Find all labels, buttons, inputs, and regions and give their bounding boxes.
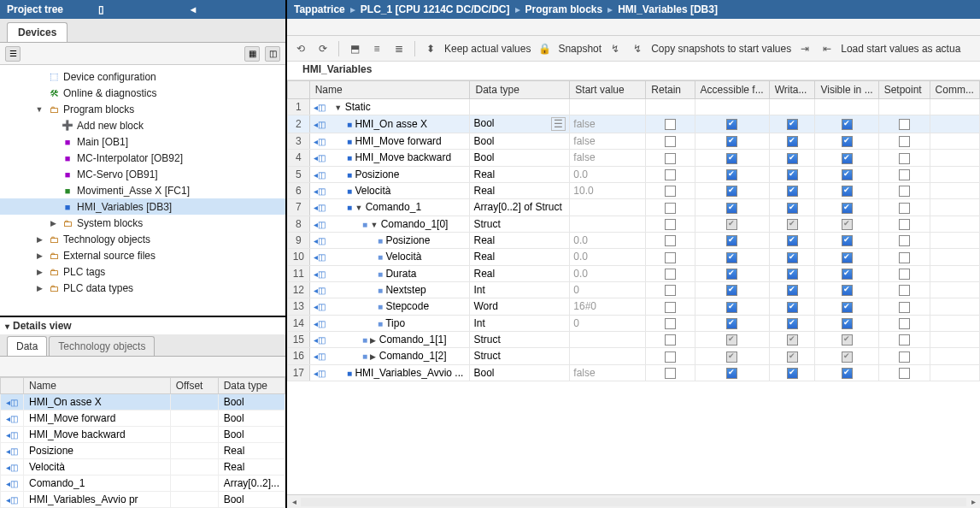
cell-startvalue[interactable]: false bbox=[570, 115, 646, 133]
cell-name[interactable]: ◂◫ ■ HMI_Variables_Avvio ... bbox=[309, 364, 470, 381]
tb-icon-4[interactable]: ≡ bbox=[368, 40, 385, 57]
cell-visible[interactable] bbox=[815, 150, 878, 166]
expand-icon[interactable]: ▶ bbox=[48, 219, 58, 227]
cell-writable[interactable] bbox=[769, 216, 815, 232]
expand-icon[interactable]: ▶ bbox=[34, 284, 44, 292]
cell-comment[interactable] bbox=[930, 298, 979, 315]
details-row[interactable]: ◂◫ HMI_Move forward Bool bbox=[1, 411, 285, 427]
cell-retain[interactable] bbox=[646, 115, 695, 133]
grid-row[interactable]: 16 ◂◫ ■ ▶ Comando_1[2] Struct bbox=[288, 348, 980, 364]
cell-name[interactable]: ◂◫ ■ HMI_On asse X bbox=[309, 115, 470, 133]
col-h-2[interactable]: Data type bbox=[470, 81, 570, 99]
cell-type[interactable]: Bool bbox=[470, 364, 570, 381]
cell-name[interactable]: ◂◫ ■ HMI_Move forward bbox=[309, 133, 470, 150]
cell-retain[interactable] bbox=[646, 249, 695, 265]
expand-icon[interactable]: ▶ bbox=[34, 268, 44, 276]
cell-retain[interactable] bbox=[646, 166, 695, 182]
cell-writable[interactable] bbox=[769, 166, 815, 182]
cell-retain[interactable] bbox=[646, 99, 695, 115]
cell-accessible[interactable] bbox=[695, 182, 769, 198]
tb-icon-9[interactable]: ⇥ bbox=[796, 40, 813, 57]
tree-item-2[interactable]: ▼ 🗀 Program blocks bbox=[0, 101, 285, 117]
crumb-1[interactable]: PLC_1 [CPU 1214C DC/DC/DC] bbox=[361, 3, 510, 15]
cell-writable[interactable] bbox=[769, 232, 815, 248]
tree-item-0[interactable]: ⬚ Device configuration bbox=[0, 68, 285, 85]
tree-item-13[interactable]: ▶ 🗀 PLC data types bbox=[0, 280, 285, 296]
cell-type[interactable]: Bool bbox=[470, 133, 570, 150]
cell-writable[interactable] bbox=[769, 281, 815, 298]
cell-comment[interactable] bbox=[930, 331, 979, 347]
cell-visible[interactable] bbox=[815, 199, 878, 216]
tb-icon-2[interactable]: ⟳ bbox=[314, 40, 332, 57]
cell-retain[interactable] bbox=[646, 298, 695, 315]
pin-icon[interactable]: ▯ bbox=[98, 3, 186, 15]
expand-icon[interactable]: ▼ bbox=[334, 103, 342, 112]
cell-comment[interactable] bbox=[930, 315, 979, 331]
variable-grid[interactable]: NameData typeStart valueRetainAccessible… bbox=[287, 80, 980, 494]
cell-type[interactable]: Struct bbox=[470, 216, 570, 232]
cell-accessible[interactable] bbox=[695, 99, 769, 115]
tb-icon-6[interactable]: ⬍ bbox=[422, 40, 439, 57]
cell-type[interactable]: Word bbox=[470, 298, 570, 315]
grid-row[interactable]: 5 ◂◫ ■ Posizione Real 0.0 bbox=[288, 166, 980, 182]
cell-comment[interactable] bbox=[930, 281, 979, 298]
cell-writable[interactable] bbox=[769, 199, 815, 216]
project-tree[interactable]: ⬚ Device configuration 🛠 Online & diagno… bbox=[0, 65, 285, 316]
cell-retain[interactable] bbox=[646, 265, 695, 281]
expand-icon[interactable]: ▼ bbox=[355, 204, 362, 212]
cell-setpoint[interactable] bbox=[878, 298, 930, 315]
cell-comment[interactable] bbox=[930, 115, 979, 133]
cell-accessible[interactable] bbox=[695, 232, 769, 248]
tb-icon-5[interactable]: ≣ bbox=[390, 40, 408, 57]
grid-row[interactable]: 14 ◂◫ ■ Tipo Int 0 bbox=[288, 315, 980, 331]
cell-comment[interactable] bbox=[930, 150, 979, 166]
tree-item-9[interactable]: ▶ 🗀 System blocks bbox=[0, 215, 285, 231]
grid-row[interactable]: 4 ◂◫ ■ HMI_Move backward Bool false bbox=[288, 150, 980, 166]
crumb-3[interactable]: HMI_Variables [DB3] bbox=[618, 3, 718, 15]
cell-writable[interactable] bbox=[769, 331, 815, 347]
cell-visible[interactable] bbox=[815, 133, 878, 150]
col-h-9[interactable]: Comm... bbox=[930, 81, 979, 99]
expand-icon[interactable]: ▶ bbox=[34, 235, 44, 244]
cell-name[interactable]: ◂◫ ■ Nextstep bbox=[309, 281, 470, 298]
cell-name[interactable]: ◂◫ ■ Durata bbox=[309, 265, 470, 281]
cell-accessible[interactable] bbox=[695, 150, 769, 166]
expand-icon[interactable]: ▼ bbox=[370, 221, 378, 229]
cell-visible[interactable] bbox=[815, 115, 878, 133]
cell-writable[interactable] bbox=[769, 150, 815, 166]
cell-startvalue[interactable]: 0.0 bbox=[570, 232, 646, 248]
cell-retain[interactable] bbox=[646, 199, 695, 216]
tree-item-1[interactable]: 🛠 Online & diagnostics bbox=[0, 85, 285, 101]
cell-comment[interactable] bbox=[930, 216, 979, 232]
cell-accessible[interactable] bbox=[695, 364, 769, 381]
cell-startvalue[interactable]: 16#0 bbox=[570, 298, 646, 315]
cell-startvalue[interactable] bbox=[570, 99, 646, 115]
cell-accessible[interactable] bbox=[695, 249, 769, 265]
cell-comment[interactable] bbox=[930, 182, 979, 198]
tree-item-3[interactable]: ➕ Add new block bbox=[0, 117, 285, 133]
cell-type[interactable]: Struct bbox=[470, 331, 570, 347]
crumb-2[interactable]: Program blocks bbox=[525, 3, 603, 15]
cell-visible[interactable] bbox=[815, 315, 878, 331]
cell-startvalue[interactable]: 0.0 bbox=[570, 249, 646, 265]
expand-icon[interactable]: ▶ bbox=[370, 336, 376, 345]
cell-type[interactable] bbox=[470, 99, 570, 115]
cell-startvalue[interactable]: false bbox=[570, 133, 646, 150]
tree-item-10[interactable]: ▶ 🗀 Technology objects bbox=[0, 231, 285, 247]
details-row[interactable]: ◂◫ Comando_1 Array[0..2]... bbox=[1, 476, 285, 492]
tree-item-11[interactable]: ▶ 🗀 External source files bbox=[0, 247, 285, 263]
grid-row[interactable]: 15 ◂◫ ■ ▶ Comando_1[1] Struct bbox=[288, 331, 980, 347]
grid-row[interactable]: 3 ◂◫ ■ HMI_Move forward Bool false bbox=[288, 133, 980, 150]
tb-copy-snapshots[interactable]: Copy snapshots to start values bbox=[651, 43, 791, 55]
cell-retain[interactable] bbox=[646, 182, 695, 198]
cell-retain[interactable] bbox=[646, 216, 695, 232]
grid-row[interactable]: 8 ◂◫ ■ ▼ Comando_1[0] Struct bbox=[288, 216, 980, 232]
details-view-header[interactable]: ▾ Details view bbox=[0, 316, 285, 334]
cell-type[interactable]: Array[0..2] of Struct bbox=[470, 199, 570, 216]
cell-startvalue[interactable] bbox=[570, 348, 646, 364]
expand-icon[interactable]: ▶ bbox=[370, 352, 376, 361]
cell-visible[interactable] bbox=[815, 265, 878, 281]
cell-setpoint[interactable] bbox=[878, 199, 930, 216]
cell-setpoint[interactable] bbox=[878, 133, 930, 150]
lock-icon[interactable]: 🔒 bbox=[536, 40, 553, 57]
